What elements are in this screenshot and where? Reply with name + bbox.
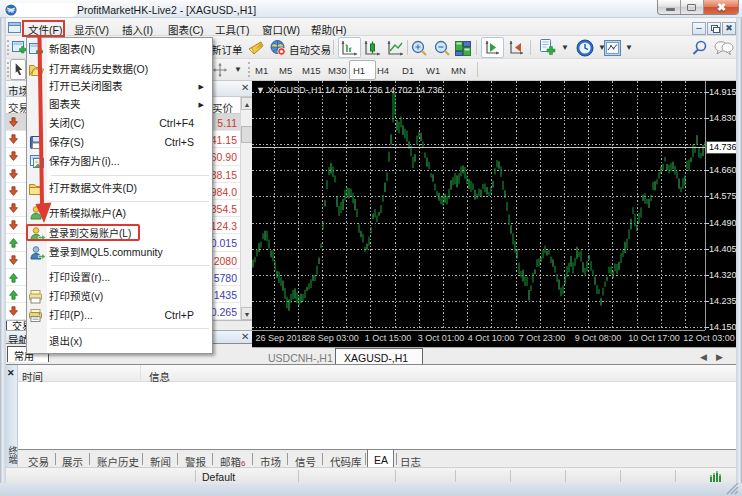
svg-text:PR: PR bbox=[9, 10, 14, 14]
